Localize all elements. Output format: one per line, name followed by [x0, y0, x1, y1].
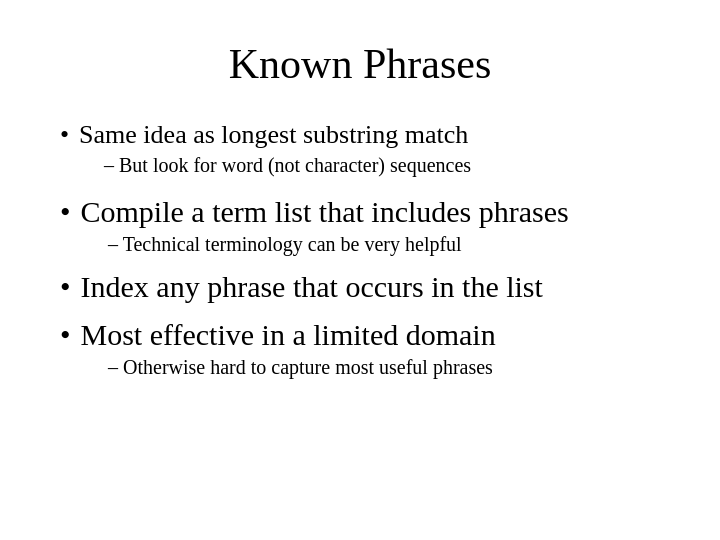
content-area: • Same idea as longest substring match –…	[60, 120, 660, 393]
bullet-text-1: Same idea as longest substring match	[79, 120, 468, 150]
bullet-dot-2: •	[60, 195, 71, 229]
bullet-sub-2: – Technical terminology can be very help…	[60, 233, 660, 256]
bullet-text-2: Compile a term list that includes phrase…	[81, 195, 569, 229]
bullet-sub-1: – But look for word (not character) sequ…	[60, 154, 660, 177]
bullet-dot-3: •	[60, 270, 71, 304]
bullet-text-4: Most effective in a limited domain	[81, 318, 496, 352]
slide-title: Known Phrases	[60, 40, 660, 88]
bullet-main-3: • Index any phrase that occurs in the li…	[60, 270, 660, 304]
bullet-text-3: Index any phrase that occurs in the list	[81, 270, 543, 304]
slide: Known Phrases • Same idea as longest sub…	[0, 0, 720, 540]
bullet-group-2: • Compile a term list that includes phra…	[60, 195, 660, 260]
bullet-group-3: • Index any phrase that occurs in the li…	[60, 270, 660, 308]
bullet-dot-1: •	[60, 120, 69, 150]
bullet-group-4: • Most effective in a limited domain – O…	[60, 318, 660, 383]
bullet-main-1: • Same idea as longest substring match	[60, 120, 660, 150]
bullet-dot-4: •	[60, 318, 71, 352]
bullet-main-2: • Compile a term list that includes phra…	[60, 195, 660, 229]
bullet-group-1: • Same idea as longest substring match –…	[60, 120, 660, 185]
bullet-main-4: • Most effective in a limited domain	[60, 318, 660, 352]
bullet-sub-4: – Otherwise hard to capture most useful …	[60, 356, 660, 379]
